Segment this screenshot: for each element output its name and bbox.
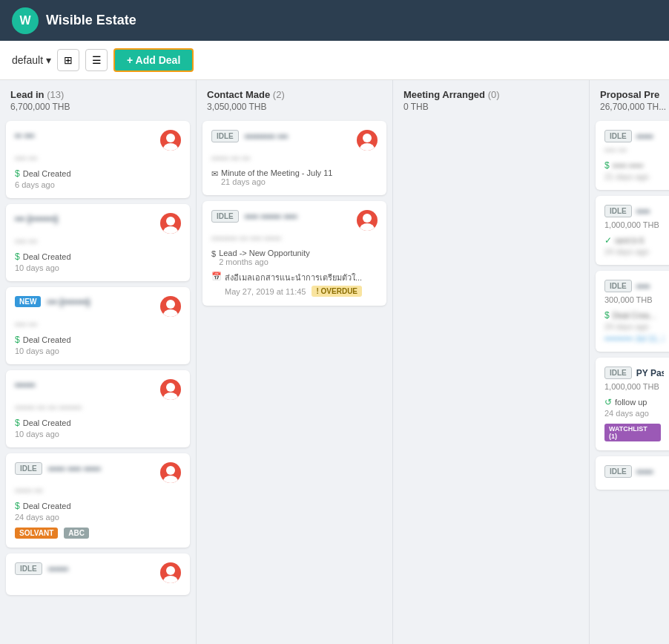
pp-card-title-4: PY Pasta D... bbox=[636, 368, 664, 378]
card-title-4: •••••• bbox=[15, 379, 154, 390]
card-lead-3[interactable]: NEW ••• (•••••••) •••• ••• $ Deal Create… bbox=[6, 287, 190, 364]
card-lead-1[interactable]: •• ••• •••• ••• $ Deal Created 6 days ag… bbox=[6, 121, 190, 198]
card-meta-4: $ Deal Created bbox=[15, 418, 181, 428]
card-title-1: •• ••• bbox=[15, 130, 154, 141]
add-deal-button[interactable]: + Add Deal bbox=[113, 48, 194, 72]
badge-idle-pp4: IDLE bbox=[604, 367, 632, 379]
column-title-lead-in: Lead in (13) bbox=[10, 89, 185, 100]
column-amount-lead-in: 6,700,000 THB bbox=[10, 102, 185, 112]
card-subtitle-2: •••• ••• bbox=[15, 237, 181, 246]
column-lead-in: Lead in (13) 6,700,000 THB •• ••• •••• •… bbox=[0, 80, 197, 644]
column-header-meeting: Meeting Arranged (0) 0 THB bbox=[393, 80, 589, 118]
cm-card-avatar-1 bbox=[357, 130, 378, 151]
badge-new-3: NEW bbox=[15, 296, 41, 307]
card-title-2: ••• (•••••••) bbox=[15, 213, 154, 224]
pp-card-title-1: ••••• bbox=[636, 131, 664, 142]
tag-solvant-5: SOLVANT bbox=[15, 528, 58, 539]
card-lead-4[interactable]: •••••• ••••••• ••• ••• •••••••• $ Deal C… bbox=[6, 370, 190, 447]
card-proposal-5[interactable]: IDLE ••••• bbox=[596, 456, 669, 490]
svg-point-4 bbox=[166, 300, 175, 309]
pp-card-time-4: 24 days ago bbox=[604, 409, 664, 418]
column-cards-proposal: IDLE ••••• •••• ••• $ ••••• ••••• 21 day… bbox=[590, 118, 669, 644]
cm-card-title-2: •••• •••••• •••• bbox=[245, 211, 351, 222]
card-lead-2[interactable]: ••• (•••••••) •••• ••• $ Deal Created 10… bbox=[6, 204, 190, 281]
app-title: Wisible Estate bbox=[46, 13, 136, 28]
pp-card-header-2: IDLE •••• bbox=[604, 205, 664, 217]
card-time-2: 10 days ago bbox=[15, 263, 181, 272]
pp-card-meta-2: ✓ sent b 6 bbox=[604, 235, 664, 246]
tag-abc-5: ABC bbox=[64, 528, 89, 539]
card-time-4: 10 days ago bbox=[15, 430, 181, 438]
card-tags-pp4: WATCHLIST (1) bbox=[604, 424, 664, 441]
default-selector[interactable]: default ▾ bbox=[12, 54, 51, 66]
card-lead-6[interactable]: IDLE •••••• bbox=[6, 553, 190, 595]
followup-icon-pp4: ↺ bbox=[604, 397, 612, 407]
card-tags-5: SOLVANT ABC bbox=[15, 528, 181, 539]
svg-point-5 bbox=[163, 309, 178, 317]
svg-point-7 bbox=[163, 392, 178, 400]
tag-watchlist-pp4: WATCHLIST (1) bbox=[604, 424, 661, 441]
column-header-contact: Contact Made (2) 3,050,000 THB bbox=[197, 80, 392, 118]
dollar-icon-4: $ bbox=[15, 418, 20, 428]
badge-idle-cm2: IDLE bbox=[211, 210, 239, 223]
list-icon: ☰ bbox=[92, 54, 102, 66]
card-contact-1[interactable]: IDLE ••••••••• ••• •••••• ••• ••• ✉ Minu… bbox=[202, 121, 386, 195]
card-meta-3: $ Deal Created bbox=[15, 335, 181, 345]
svg-point-12 bbox=[363, 134, 372, 142]
pp-card-meta-3: $ Deal Crea... bbox=[604, 310, 664, 321]
deal-created-label-4: Deal Created bbox=[23, 418, 71, 427]
column-proposal: Proposal Pre 26,700,000 TH... IDLE •••••… bbox=[590, 80, 669, 644]
kanban-board: Lead in (13) 6,700,000 THB •• ••• •••• •… bbox=[0, 80, 669, 644]
dollar-icon-3: $ bbox=[15, 335, 20, 345]
svg-point-9 bbox=[163, 476, 178, 483]
card-avatar-2 bbox=[160, 213, 181, 234]
card-subtitle-3: •••• ••• bbox=[15, 320, 181, 329]
cm-card-subtitle-1: •••••• ••• ••• bbox=[211, 154, 378, 162]
column-meeting: Meeting Arranged (0) 0 THB bbox=[393, 80, 590, 644]
svg-point-0 bbox=[166, 134, 175, 142]
cm-card-avatar-2 bbox=[357, 210, 378, 231]
pp-activity-4: follow up bbox=[615, 398, 647, 407]
badge-idle-6: IDLE bbox=[15, 562, 42, 575]
cm-card-activity-2a: $ Lead -> New Opportunity 2 months ago bbox=[211, 249, 378, 266]
column-cards-meeting bbox=[393, 118, 589, 644]
deal-created-label-2: Deal Created bbox=[23, 252, 71, 261]
card-proposal-1[interactable]: IDLE ••••• •••• ••• $ ••••• ••••• 21 day… bbox=[596, 121, 669, 190]
card-proposal-3[interactable]: IDLE •••• 300,000 THB $ Deal Crea... 24 … bbox=[596, 271, 669, 352]
card-header-6: IDLE •••••• bbox=[15, 562, 181, 583]
svg-point-6 bbox=[166, 383, 175, 392]
deal-created-label-1: Deal Created bbox=[23, 169, 71, 178]
deal-created-label-3: Deal Created bbox=[23, 335, 71, 344]
pp-card-subtitle-3: 300,000 THB bbox=[604, 295, 664, 304]
column-contact-made: Contact Made (2) 3,050,000 THB IDLE ••••… bbox=[197, 80, 393, 644]
card-contact-2[interactable]: IDLE •••• •••••• •••• ••••••••• ••• ••••… bbox=[202, 201, 386, 306]
card-meta-1: $ Deal Created bbox=[15, 168, 181, 179]
pp-card-header-3: IDLE •••• bbox=[604, 280, 664, 292]
svg-point-8 bbox=[166, 466, 175, 475]
pp-deal-created-1: ••••• ••••• bbox=[613, 161, 644, 170]
card-proposal-4[interactable]: IDLE PY Pasta D... 1,000,000 THB ↺ follo… bbox=[596, 358, 669, 450]
calendar-icon-cm2: 📅 bbox=[211, 272, 222, 281]
column-header-lead-in: Lead in (13) 6,700,000 THB bbox=[0, 80, 196, 118]
cm-card-subtitle-2: ••••••••• ••• •••• •••••• bbox=[211, 234, 378, 243]
activity-date-cm2: 2 months ago bbox=[219, 257, 310, 266]
column-title-proposal: Proposal Pre bbox=[600, 89, 668, 100]
overdue-badge-cm2: ! OVERDUE bbox=[312, 286, 362, 297]
card-header-2: ••• (•••••••) bbox=[15, 213, 181, 234]
card-subtitle-4: ••••••• ••• ••• •••••••• bbox=[15, 403, 181, 412]
column-amount-contact: 3,050,000 THB bbox=[207, 102, 382, 112]
pp-card-time-2: 24 days ago bbox=[604, 247, 664, 256]
cm-card-activity-2b: 📅 ส่งอีเมลเอกสารแนะนำการเตรียมตัวใ... Ma… bbox=[211, 271, 378, 297]
card-avatar-3 bbox=[160, 296, 181, 317]
list-view-button[interactable]: ☰ bbox=[85, 49, 108, 71]
card-lead-5[interactable]: IDLE ••••• •••• ••••• •••••• ••• $ Deal … bbox=[6, 453, 190, 548]
card-avatar-6 bbox=[160, 562, 181, 583]
column-amount-meeting: 0 THB bbox=[403, 102, 579, 112]
card-proposal-2[interactable]: IDLE •••• 1,000,000 THB ✓ sent b 6 24 da… bbox=[596, 196, 669, 265]
default-label: default bbox=[12, 54, 43, 66]
activity-date-cm2b: May 27, 2019 at 11:45 bbox=[225, 287, 306, 296]
badge-idle-pp2: IDLE bbox=[604, 205, 632, 217]
grid-view-button[interactable]: ⊞ bbox=[57, 49, 79, 71]
badge-idle-cm1: IDLE bbox=[211, 130, 239, 142]
svg-point-10 bbox=[166, 566, 175, 575]
